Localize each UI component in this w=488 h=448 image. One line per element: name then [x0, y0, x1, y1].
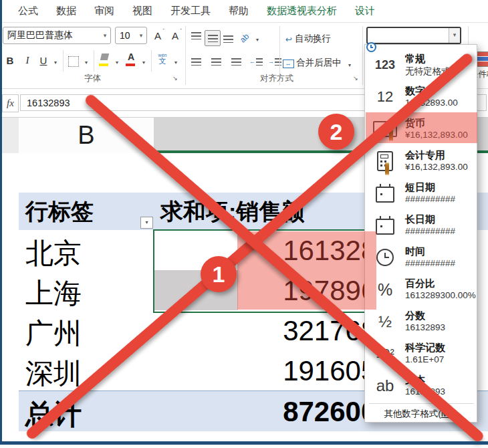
window-left-border	[0, 0, 2, 444]
font-color-dropdown[interactable]: ▾	[139, 54, 148, 70]
format-title: 会计专用	[405, 149, 445, 162]
merge-center-button[interactable]: 合并后居中	[296, 57, 342, 69]
wrap-return-glyph: ↩	[285, 35, 292, 44]
grow-font-button[interactable]: A ˆ	[150, 27, 166, 43]
format-title: 时间	[405, 245, 425, 258]
format-title: 长日期	[405, 213, 435, 226]
orientation-dropdown[interactable]: ▾	[253, 31, 262, 47]
footer-pre: 其他数字格式(	[384, 409, 441, 419]
fill-color-button[interactable]	[98, 51, 111, 67]
align-center-button[interactable]	[209, 54, 223, 69]
alignment-group-label: 对齐方式	[189, 73, 364, 84]
format-title: 常规	[405, 53, 425, 66]
menu-developer[interactable]: 开发工具	[170, 5, 211, 17]
menu-pivottable-analyze[interactable]: 数据透视表分析	[267, 5, 337, 17]
column-header-a[interactable]	[2, 118, 19, 153]
font-name-combo[interactable]: 阿里巴巴普惠体 ▾	[3, 27, 111, 44]
increase-indent-icon	[275, 58, 281, 66]
chevron-down-icon: ▾	[174, 60, 177, 66]
menu-separator	[369, 403, 474, 404]
format-preview: 1.61E+07	[405, 354, 444, 364]
fx-icon[interactable]: fx	[2, 94, 19, 112]
orientation-button[interactable]: ab	[237, 30, 253, 46]
format-option-short-date[interactable]: 短日期 ##########	[366, 177, 474, 209]
format-option-fraction[interactable]: ½ 分数 16132893	[366, 306, 474, 338]
grow-font-letter: A	[154, 30, 161, 41]
italic-button[interactable]: I	[20, 52, 35, 68]
menu-help[interactable]: 帮助	[229, 5, 249, 17]
wrap-text-button[interactable]: 自动换行	[295, 33, 331, 45]
fraction-icon: ½	[369, 306, 401, 338]
italic-icon: I	[26, 55, 29, 66]
font-name-value: 阿里巴巴普惠体	[3, 29, 100, 41]
chevron-down-icon[interactable]: ▾	[449, 28, 460, 43]
format-preview: 1613289300.00%	[405, 290, 476, 300]
decrease-indent-icon	[256, 58, 263, 66]
format-option-long-date[interactable]: 长日期 ##########	[366, 209, 474, 241]
number-format-combo[interactable]: ▾	[366, 27, 461, 44]
phonetic-dropdown[interactable]: ▾	[171, 54, 180, 70]
font-dialog-launcher-icon[interactable]: ↘	[171, 74, 179, 82]
bold-button[interactable]: B	[3, 52, 17, 68]
row-label: 深圳	[25, 355, 82, 393]
format-option-percentage[interactable]: % 百分比 1613289300.00%	[366, 273, 474, 306]
align-middle-icon	[208, 35, 218, 42]
font-size-combo[interactable]: 10 ▾	[115, 27, 147, 44]
underline-icon: U	[40, 55, 47, 66]
align-top-button[interactable]	[189, 30, 203, 45]
alignment-dialog-launcher-icon[interactable]: ↘	[352, 74, 360, 82]
chevron-down-icon: ▾	[142, 60, 145, 66]
row-label: 北京	[25, 235, 82, 272]
mini-clock-icon	[366, 42, 376, 52]
align-right-button[interactable]	[229, 54, 243, 69]
column-b-letter: B	[78, 121, 94, 150]
bold-icon: B	[7, 55, 14, 66]
phonetic-guide-button[interactable]: wén 文	[155, 51, 170, 67]
shrink-font-button[interactable]: A ˇ	[167, 27, 183, 43]
fill-color-dropdown[interactable]: ▾	[112, 54, 122, 70]
menu-review[interactable]: 审阅	[94, 5, 114, 17]
chevron-down-icon[interactable]: ▾	[136, 32, 146, 39]
chevron-down-icon: ▾	[85, 60, 88, 66]
menu-data[interactable]: 数据	[56, 5, 76, 17]
underline-button[interactable]: U	[36, 52, 51, 68]
align-middle-button[interactable]	[205, 30, 221, 46]
underline-dropdown[interactable]: ▾	[51, 54, 60, 70]
orientation-icon: ab	[238, 31, 251, 44]
align-right-icon	[231, 58, 241, 66]
format-option-accounting[interactable]: 会计专用 ¥16,132,893.00	[366, 145, 474, 177]
format-title: 科学记数	[405, 342, 445, 354]
format-title: 短日期	[405, 181, 435, 194]
align-left-button[interactable]	[189, 54, 203, 69]
menu-view[interactable]: 视图	[132, 5, 152, 17]
font-group-label: 字体	[0, 73, 185, 84]
indent-right-arrow-icon: →	[268, 58, 274, 65]
filter-dropdown-button[interactable]: ▾	[140, 217, 153, 229]
menu-bar: 公式 数据 审阅 视图 开发工具 帮助 数据透视表分析 设计	[0, 0, 488, 23]
align-left-icon	[191, 58, 201, 66]
calendar-icon	[369, 177, 401, 209]
ab-text-icon: ab	[369, 370, 401, 402]
align-bottom-button[interactable]	[221, 30, 235, 45]
align-bottom-icon	[223, 35, 233, 43]
formula-value: 16132893	[27, 98, 70, 108]
step-2-number: 2	[330, 119, 343, 145]
format-option-time[interactable]: 时间 ##########	[366, 241, 474, 273]
step-1-number: 1	[213, 261, 225, 288]
font-color-button[interactable]: A	[124, 51, 138, 67]
pinyin-bottom-text: 文	[159, 58, 166, 65]
borders-dropdown[interactable]: ▾	[82, 54, 91, 70]
row-labels-header: 行标签	[25, 197, 94, 227]
chevron-down-icon[interactable]: ▾	[100, 32, 110, 39]
number-12-icon: 12	[369, 81, 401, 113]
excel-window: 公式 数据 审阅 视图 开发工具 帮助 数据透视表分析 设计 阿里巴巴普惠体 ▾…	[0, 0, 488, 448]
format-preview: ##########	[405, 226, 455, 236]
chevron-down-icon: ▾	[54, 60, 57, 66]
merge-center-dropdown[interactable]: ▾	[345, 57, 354, 73]
menu-design[interactable]: 设计	[355, 5, 375, 17]
chevron-down-icon: ▾	[116, 60, 118, 66]
decrease-indent-button[interactable]: ←	[249, 54, 263, 69]
borders-button[interactable]	[67, 53, 80, 70]
menu-formulas[interactable]: 公式	[18, 5, 38, 17]
indent-left-arrow-icon: ←	[249, 58, 255, 65]
